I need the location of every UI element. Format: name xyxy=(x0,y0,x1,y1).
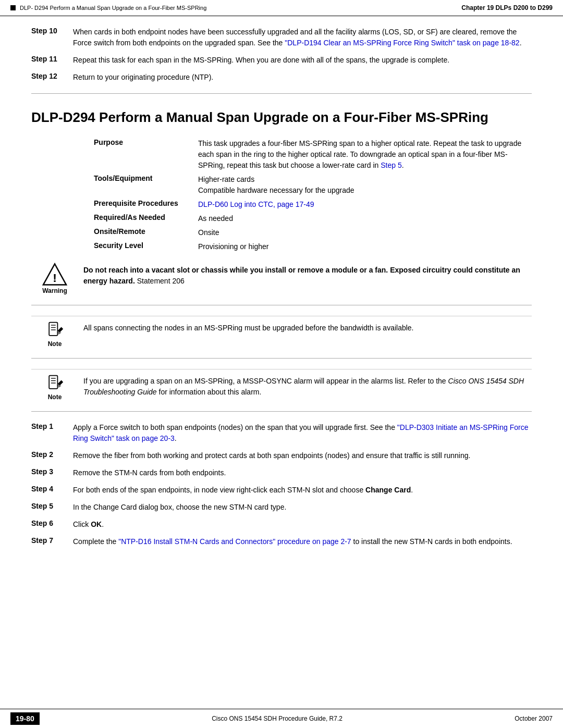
page-footer: 19-80 Cisco ONS 15454 SDH Procedure Guid… xyxy=(0,709,563,728)
new-step-4-block: Step 4 For both ends of the span endpoin… xyxy=(31,485,532,496)
new-step-1-text: Apply a Force switch to both span endpoi… xyxy=(73,422,532,444)
new-step-6-label: Step 6 xyxy=(31,519,73,527)
new-step-4-bold: Change Card xyxy=(365,486,411,494)
info-row-prereq: Prerequisite Procedures DLP-D60 Log into… xyxy=(94,199,532,210)
new-step-6-text: Click OK. xyxy=(73,519,532,530)
note-2-pencil-icon xyxy=(45,374,64,392)
info-label-required: Required/As Needed xyxy=(94,213,198,221)
header-left: DLP- D294 Perform a Manual Span Upgrade … xyxy=(10,5,206,11)
new-step-7-block: Step 7 Complete the "NTP-D16 Install STM… xyxy=(31,536,532,547)
step-10-label: Step 10 xyxy=(31,27,73,35)
note-1-text: All spans connecting the nodes in an MS-… xyxy=(83,320,532,334)
warning-block: ! Warning Do not reach into a vacant slo… xyxy=(31,263,532,294)
note2-divider xyxy=(31,411,532,412)
note-2-label: Note xyxy=(48,393,62,401)
step-11-label: Step 11 xyxy=(31,55,73,63)
info-value-prereq: DLP-D60 Log into CTC, page 17-49 xyxy=(198,199,532,210)
note1-divider xyxy=(31,358,532,359)
footer-center-text: Cisco ONS 15454 SDH Procedure Guide, R7.… xyxy=(212,715,342,722)
info-row-purpose: Purpose This task upgrades a four-fiber … xyxy=(94,138,532,171)
new-step-4-label: Step 4 xyxy=(31,485,73,493)
note-2-icon-area: Note xyxy=(31,374,78,401)
note-2-text: If you are upgrading a span on an MS-SPR… xyxy=(83,374,532,398)
note-1-pencil-icon xyxy=(45,320,64,339)
new-step-4-text: For both ends of the span endpoints, in … xyxy=(73,485,532,496)
new-step-5-text: In the Change Card dialog box, choose th… xyxy=(73,502,532,513)
warning-triangle-icon: ! xyxy=(42,263,68,286)
info-row-required: Required/As Needed As needed xyxy=(94,213,532,224)
page-header: DLP- D294 Perform a Manual Span Upgrade … xyxy=(0,0,563,16)
note-2-italic: Cisco ONS 15454 SDH Troubleshooting Guid… xyxy=(83,377,524,396)
step-10-link[interactable]: "DLP-D194 Clear an MS-SPRing Force Ring … xyxy=(285,39,519,47)
prereq-link[interactable]: DLP-D60 Log into CTC, page 17-49 xyxy=(198,200,314,208)
step-10-block: Step 10 When cards in both endpoint node… xyxy=(31,27,532,48)
new-step-7-link[interactable]: "NTP-D16 Install STM-N Cards and Connect… xyxy=(118,537,351,546)
step-11-text: Repeat this task for each span in the MS… xyxy=(73,55,532,66)
new-step-2-label: Step 2 xyxy=(31,450,73,459)
header-square-icon xyxy=(10,5,16,10)
warning-divider xyxy=(31,305,532,305)
note-1-block: Note All spans connecting the nodes in a… xyxy=(31,316,532,348)
step-10-text: When cards in both endpoint nodes have b… xyxy=(73,27,532,48)
svg-text:!: ! xyxy=(53,271,57,285)
new-step-1-link[interactable]: "DLP-D303 Initiate an MS-SPRing Force Ri… xyxy=(73,423,528,442)
new-step-3-text: Remove the STM-N cards from both endpoin… xyxy=(73,467,532,478)
info-label-security: Security Level xyxy=(94,241,198,250)
svg-rect-8 xyxy=(49,376,57,389)
footer-date: October 2007 xyxy=(515,715,553,722)
note-1-icon-area: Note xyxy=(31,320,78,348)
info-label-onsite: Onsite/Remote xyxy=(94,227,198,236)
info-row-tools: Tools/Equipment Higher-rate cards Compat… xyxy=(94,174,532,196)
step-12-block: Step 12 Return to your originating proce… xyxy=(31,72,532,83)
step-11-block: Step 11 Repeat this task for each span i… xyxy=(31,55,532,66)
new-step-6-block: Step 6 Click OK. xyxy=(31,519,532,530)
warning-icon-area: ! Warning xyxy=(31,263,78,294)
note-2-block: Note If you are upgrading a span on an M… xyxy=(31,369,532,401)
footer-page-number: 19-80 xyxy=(10,712,40,725)
new-step-3-label: Step 3 xyxy=(31,467,73,476)
warning-text: Do not reach into a vacant slot or chass… xyxy=(83,263,532,287)
new-step-1-block: Step 1 Apply a Force switch to both span… xyxy=(31,422,532,444)
new-step-2-block: Step 2 Remove the fiber from both workin… xyxy=(31,450,532,461)
warning-bold-text: Do not reach into a vacant slot or chass… xyxy=(83,266,520,285)
info-row-security: Security Level Provisioning or higher xyxy=(94,241,532,252)
info-label-tools: Tools/Equipment xyxy=(94,174,198,182)
new-step-1-label: Step 1 xyxy=(31,422,73,430)
info-label-prereq: Prerequisite Procedures xyxy=(94,199,198,207)
info-value-onsite: Onsite xyxy=(198,227,532,238)
main-content: Step 10 When cards in both endpoint node… xyxy=(0,16,563,595)
info-value-security: Provisioning or higher xyxy=(198,241,532,252)
step-12-label: Step 12 xyxy=(31,72,73,80)
purpose-step5-link[interactable]: Step 5 xyxy=(381,161,401,169)
new-step-5-block: Step 5 In the Change Card dialog box, ch… xyxy=(31,502,532,513)
info-table: Purpose This task upgrades a four-fiber … xyxy=(94,138,532,252)
info-value-tools: Higher-rate cards Compatible hardware ne… xyxy=(198,174,532,196)
new-step-7-text: Complete the "NTP-D16 Install STM-N Card… xyxy=(73,536,532,547)
new-step-2-text: Remove the fiber from both working and p… xyxy=(73,450,532,461)
new-step-3-block: Step 3 Remove the STM-N cards from both … xyxy=(31,467,532,478)
header-chapter: Chapter 19 DLPs D200 to D299 xyxy=(461,4,553,11)
section-title: DLP-D294 Perform a Manual Span Upgrade o… xyxy=(31,109,532,126)
header-breadcrumb: DLP- D294 Perform a Manual Span Upgrade … xyxy=(20,5,206,11)
info-row-onsite: Onsite/Remote Onsite xyxy=(94,227,532,238)
warning-label: Warning xyxy=(42,287,67,294)
svg-rect-2 xyxy=(49,323,57,336)
section-divider-top xyxy=(31,93,532,94)
info-value-purpose: This task upgrades a four-fiber MS-SPRin… xyxy=(198,138,532,171)
new-step-6-bold: OK xyxy=(91,520,102,528)
note-1-label: Note xyxy=(48,340,62,348)
new-step-7-label: Step 7 xyxy=(31,536,73,545)
step-12-text: Return to your originating procedure (NT… xyxy=(73,72,532,83)
new-step-5-label: Step 5 xyxy=(31,502,73,510)
info-label-purpose: Purpose xyxy=(94,138,198,146)
info-value-required: As needed xyxy=(198,213,532,224)
